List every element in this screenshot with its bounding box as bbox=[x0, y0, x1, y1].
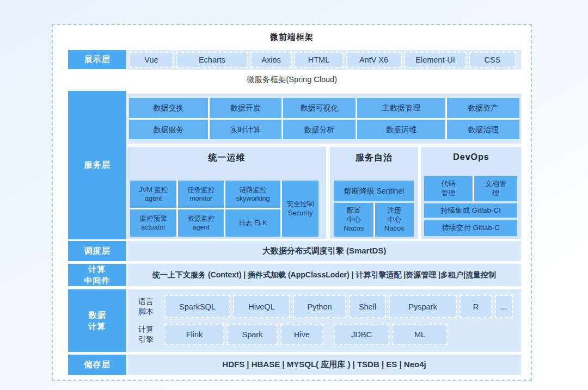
grid-cell-master-data: 主数据管理 bbox=[357, 98, 445, 118]
devops-cell-doc-mgmt: 文档管 理 bbox=[474, 176, 517, 201]
autonomy-grid: 配置 中心 Nacos 注册 中心 Nacos bbox=[334, 203, 414, 237]
script-language-label: 语言 脚本 bbox=[127, 295, 164, 318]
item-antv-x6: AntV X6 bbox=[346, 52, 402, 68]
panel-devops: DevOps 代码 管理 文档管 理 持续集成 Gitlab-CI 持续交付 G… bbox=[421, 147, 521, 239]
ops-cell-jvm-monitor: JVM 监控 agent bbox=[130, 181, 176, 208]
ops-cell-alert-actuator: 监控预警 actuator bbox=[130, 209, 176, 237]
ops-cell-task-monitor: 任务监控 monitor bbox=[178, 181, 224, 208]
grid-cell-data-analysis: 数据分析 bbox=[283, 120, 356, 140]
ops-cell-security: 安全控制 Security bbox=[282, 181, 318, 237]
grid-cell-data-service: 数据服务 bbox=[129, 120, 208, 140]
compute-middleware-bar: 统一上下文服务 (Context) | 插件式加载 (AppClassLoder… bbox=[127, 264, 521, 286]
ops-cell-trace-monitor: 链路监控 skyworking bbox=[225, 181, 280, 208]
item-hiveql: HiveQL bbox=[233, 295, 290, 318]
panel-service-autonomy: 服务自治 熔断降级 Sentinel 配置 中心 Nacos 注册 中心 Nac… bbox=[330, 147, 418, 239]
ops-cell-resource-monitor: 资源监控 agent bbox=[178, 209, 224, 237]
devops-cell-code-mgmt: 代码 管理 bbox=[424, 176, 473, 201]
ops-cell-log-elk: 日志 ELK bbox=[225, 209, 280, 237]
item-shell: Shell bbox=[349, 295, 386, 318]
grid-cell-data-exchange: 数据交换 bbox=[129, 98, 208, 118]
diagram-title: 微前端框架 bbox=[53, 32, 531, 42]
item-hive: Hive bbox=[280, 324, 323, 345]
item-css: CSS bbox=[469, 52, 516, 68]
compute-engine-label: 计算 引擎 bbox=[127, 324, 164, 345]
item-flink: Flink bbox=[164, 324, 224, 345]
autonomy-cell-config-center: 配置 中心 Nacos bbox=[334, 203, 373, 237]
presentation-layer-row: Vue Echarts Axios HTML AntV X6 Element-U… bbox=[127, 50, 521, 70]
panel-title-service-autonomy: 服务自治 bbox=[330, 152, 418, 164]
item-vue: Vue bbox=[129, 52, 174, 68]
storage-technologies-bar: HDFS | HBASE | MYSQL( 应用库 ) | TSDB | ES … bbox=[127, 355, 521, 375]
label-storage-layer: 储存层 bbox=[68, 355, 126, 375]
panel-unified-operations: 统一运维 JVM 监控 agent 任务监控 monitor 链路监控 skyw… bbox=[127, 147, 326, 239]
grid-cell-data-visualization: 数据可视化 bbox=[283, 98, 356, 118]
compute-engine-boxes: Flink Spark Hive JDBC ML bbox=[164, 324, 518, 345]
autonomy-cell-sentinel: 熔断降级 Sentinel bbox=[334, 181, 414, 201]
panel-title-unified-operations: 统一运维 bbox=[127, 152, 326, 164]
autonomy-cell-registry-center: 注册 中心 Nacos bbox=[375, 203, 414, 237]
label-service-layer: 服务层 bbox=[68, 91, 126, 239]
grid-cell-data-ops: 数据运维 bbox=[357, 120, 445, 140]
devops-bar-ci: 持续集成 Gitlab-CI bbox=[424, 203, 517, 218]
grid-cell-data-governance: 数据治理 bbox=[447, 120, 519, 140]
service-capability-grid: 数据交换 数据开发 数据可视化 主数据管理 数据资产 数据服务 实时计算 数据分… bbox=[127, 94, 521, 144]
unified-operations-grid: JVM 监控 agent 任务监控 monitor 链路监控 skyworkin… bbox=[130, 181, 318, 237]
devops-bar-cd: 持续交付 Gitlab-C bbox=[424, 220, 517, 236]
label-scheduling-layer: 调度层 bbox=[68, 241, 126, 261]
script-language-boxes: SparkSQL HiveQL Python Shell Pyspark R .… bbox=[164, 295, 518, 318]
item-axios: Axios bbox=[250, 52, 292, 68]
item-echarts: Echarts bbox=[176, 52, 248, 68]
item-jdbc: JDBC bbox=[334, 324, 389, 345]
scheduling-engine-bar: 大数据分布式调度引擎 (SmartDS) bbox=[127, 241, 521, 261]
devops-top-row: 代码 管理 文档管 理 bbox=[424, 176, 517, 201]
microservice-framework-caption: 微服务框架(Spring Cloud) bbox=[53, 73, 531, 85]
grid-cell-data-develop: 数据开发 bbox=[210, 98, 281, 118]
label-data-compute-layer: 数据 计算 bbox=[68, 289, 126, 352]
grid-cell-realtime-compute: 实时计算 bbox=[210, 120, 281, 140]
item-python: Python bbox=[293, 295, 346, 318]
item-pyspark: Pyspark bbox=[389, 295, 457, 318]
item-html: HTML bbox=[294, 52, 344, 68]
label-compute-middleware: 计算 中间件 bbox=[68, 264, 126, 286]
label-presentation-layer: 展示层 bbox=[68, 50, 126, 69]
item-ellipsis: ... bbox=[495, 295, 513, 318]
item-element-ui: Element-UI bbox=[404, 52, 467, 68]
grid-cell-data-asset: 数据资产 bbox=[447, 98, 519, 118]
item-ml: ML bbox=[392, 324, 448, 345]
architecture-diagram-frame: 微前端框架 展示层 Vue Echarts Axios HTML AntV X6… bbox=[52, 24, 532, 381]
item-spark: Spark bbox=[227, 324, 278, 345]
item-r: R bbox=[460, 295, 492, 318]
item-sparksql: SparkSQL bbox=[164, 295, 230, 318]
data-compute-row: 语言 脚本 SparkSQL HiveQL Python Shell Pyspa… bbox=[127, 289, 521, 352]
panel-title-devops: DevOps bbox=[421, 152, 521, 162]
